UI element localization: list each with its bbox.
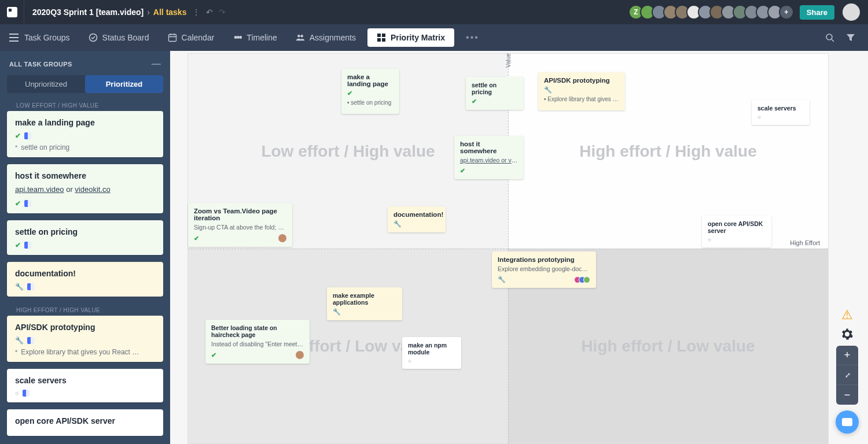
card-subtitle: api.team.video or videokit.co [15,185,155,194]
add-collaborator-button[interactable]: + [779,5,794,20]
svg-rect-4 [377,34,381,37]
view-name[interactable]: All tasks [153,8,187,17]
lock-icon: ⎆ [15,390,19,397]
svg-point-3 [300,35,303,37]
card-title: open core API/SDK server [708,220,766,234]
fit-button[interactable]: ⤢ [836,365,858,385]
lock-icon: ⎆ [708,236,711,243]
card-title: settle on pricing [472,82,518,95]
sidebar-card-host[interactable]: host it somewhere api.team.video or vide… [7,164,163,213]
matrix-card-host[interactable]: host it somewhere api.team.video or vide… [454,136,524,179]
tab-status-board[interactable]: Status Board [79,24,159,51]
timeline-icon: ••• [233,33,242,42]
seg-prioritized[interactable]: Prioritized [85,75,163,93]
card-title: make a landing page [347,73,393,87]
progress-icon [24,132,31,139]
check-icon: ✔ [347,90,352,97]
sidebar-card-pricing[interactable]: settle on pricing ✔ [7,220,163,255]
card-title: scale servers [15,376,155,385]
tab-timeline[interactable]: ••• Timeline [223,24,286,51]
filter-icon[interactable] [846,33,855,42]
card-title: make a landing page [15,118,155,127]
tab-label: Priority Matrix [391,33,445,42]
check-icon: ✔ [15,132,21,140]
tab-calendar[interactable]: Calendar [159,24,224,51]
check-icon: ✔ [15,199,21,208]
app-logo[interactable] [0,0,24,24]
card-title: API/SDK prototyping [15,323,155,332]
matrix-card-haircheck[interactable]: Better loading state on haircheck page I… [205,320,310,364]
check-icon: ✔ [15,241,21,249]
tab-priority-matrix[interactable]: Priority Matrix [367,28,454,47]
matrix-card-integrations[interactable]: Integrations prototyping Explore embeddi… [492,251,596,288]
calendar-icon [168,33,177,42]
collapse-icon[interactable]: — [152,59,161,69]
progress-icon [24,242,31,249]
share-button[interactable]: Share [800,5,834,20]
collaborator-avatars[interactable]: Z + [632,5,794,20]
hamburger-icon [9,33,19,42]
assignee-avatar [278,234,286,242]
card-title: host it somewhere [15,171,155,180]
redo-icon[interactable]: ↷ [219,8,226,17]
more-vert-icon[interactable]: ⋮ [192,8,200,17]
card-title: Better loading state on haircheck page [211,324,304,338]
gear-icon[interactable] [841,328,853,340]
tab-task-groups[interactable]: Task Groups [0,24,79,51]
tab-more[interactable]: ••• [457,24,490,51]
lock-icon: ⎆ [408,358,411,364]
matrix-canvas[interactable]: Low effort / High value High effort / Hi… [170,51,868,444]
card-subtitle: Sign-up CTA at above the fold; visual de… [194,224,286,231]
sidebar-card-api[interactable]: API/SDK prototyping 🔧 Explore library th… [7,316,163,362]
sidebar-card-open[interactable]: open core API/SDK server [7,409,163,436]
check-icon: ✔ [472,98,477,105]
wrench-icon: 🔧 [15,283,24,291]
chevron-right-icon: › [147,8,150,17]
tab-label: Timeline [247,33,277,42]
sidebar-card-scale[interactable]: scale servers ⎆ [7,369,163,402]
quadrant-label: High effort / High value [508,142,828,161]
matrix-card-api[interactable]: API/SDK prototyping 🔧 • Explore library … [538,72,625,110]
sidebar-card-landing[interactable]: make a landing page ✔ settle on pricing [7,111,163,157]
tab-label: Task Groups [24,33,70,42]
matrix-card-examples[interactable]: make example applications 🔧 [327,287,402,320]
matrix-card-landing[interactable]: make a landing page ✔ • settle on pricin… [341,69,399,114]
warning-icon[interactable]: ⚠ [841,308,853,323]
matrix-card-zoom[interactable]: Zoom vs Team.Video page iteration Sign-u… [188,203,292,247]
quadrant-label: High effort / Low value [508,337,828,356]
svg-rect-1 [168,35,176,42]
sidebar-card-docs[interactable]: documentation! 🔧 [7,262,163,297]
zoom-out-button[interactable]: − [836,385,858,405]
zoom-in-button[interactable]: + [836,346,858,365]
undo-icon[interactable]: ↶ [206,8,213,17]
project-title[interactable]: 2020Q3 Sprint 1 [team.video] [32,8,144,17]
wrench-icon: 🔧 [333,308,341,316]
axis-label-high: High Effort [790,239,820,246]
progress-icon [24,200,31,207]
tab-label: Assignments [310,33,356,42]
assignee-avatar [296,351,304,359]
card-title: make an npm module [408,342,455,356]
group-label: HIGH EFFORT / HIGH VALUE [7,304,163,316]
tab-assignments[interactable]: Assignments [286,24,365,51]
progress-icon [27,283,34,290]
card-title: documentation! [393,211,440,218]
matrix-card-npm[interactable]: make an npm module ⎆ [402,337,461,369]
matrix-card-docs[interactable]: documentation! 🔧 [388,206,446,232]
tab-label: Status Board [102,33,149,42]
axis-label-value: Value [505,53,512,68]
wrench-icon: 🔧 [544,86,552,94]
tab-label: Calendar [182,33,215,42]
svg-point-2 [297,35,300,37]
seg-unprioritized[interactable]: Unprioritized [7,75,85,93]
chat-button[interactable] [836,410,859,434]
search-icon[interactable] [825,33,834,42]
svg-rect-7 [382,38,385,42]
card-subtitle: Explore embedding google-docs / notion /… [498,265,590,272]
matrix-card-open[interactable]: open core API/SDK server ⎆ [702,216,771,247]
matrix-card-settle[interactable]: settle on pricing ✔ [466,77,524,110]
current-user-avatar[interactable] [843,3,860,21]
sidebar: ALL TASK GROUPS — Unprioritized Prioriti… [0,51,170,444]
progress-icon [27,337,34,344]
matrix-card-scale[interactable]: scale servers ⎆ [752,100,810,125]
